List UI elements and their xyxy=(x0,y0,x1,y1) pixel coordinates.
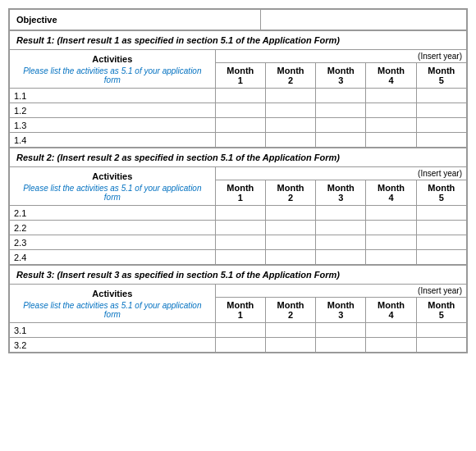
result2-row2-num: 2.2 xyxy=(10,221,216,235)
result1-month2-header: Month2 xyxy=(265,63,315,89)
result2-row1-num: 2.1 xyxy=(10,206,216,221)
result1-row4-m5 xyxy=(416,133,466,148)
objective-value xyxy=(261,10,467,30)
result1-row2-m4 xyxy=(366,103,416,118)
result1-activities-row: Activities Please list the activities as… xyxy=(10,50,467,63)
result1-row1-num: 1.1 xyxy=(10,89,216,103)
result3-row-1: 3.1 xyxy=(10,323,467,338)
result2-month3-header: Month3 xyxy=(316,180,366,206)
result3-row1-num: 3.1 xyxy=(10,323,216,338)
result3-month2-header: Month2 xyxy=(265,298,315,323)
result1-row1-m4 xyxy=(366,89,416,103)
result1-row-3: 1.3 xyxy=(10,118,467,133)
result3-activities-subtext: Please list the activities as 5.1 of you… xyxy=(14,301,211,319)
result2-month1-header: Month1 xyxy=(215,180,265,206)
result1-activities-subtext: Please list the activities as 5.1 of you… xyxy=(14,66,211,84)
result2-label: Result 2: (Insert result 2 as specified … xyxy=(10,148,467,167)
result1-row1-m1 xyxy=(215,89,265,103)
objective-row: Objective xyxy=(10,10,467,30)
result1-row-2: 1.2 xyxy=(10,103,467,118)
result1-row2-num: 1.2 xyxy=(10,103,216,118)
result1-row3-m3 xyxy=(316,118,366,133)
result1-row1-m2 xyxy=(265,89,315,103)
result2-row-1: 2.1 xyxy=(10,206,467,221)
result1-activities-cell: Activities Please list the activities as… xyxy=(10,50,216,89)
result1-activities-header: Activities xyxy=(14,54,211,64)
result2-row-3: 2.3 xyxy=(10,235,467,250)
result2-month4-header: Month4 xyxy=(366,180,416,206)
result1-month3-header: Month3 xyxy=(316,63,366,89)
result2-table: Result 2: (Insert result 2 as specified … xyxy=(9,148,467,265)
result3-row-2: 3.2 xyxy=(10,338,467,353)
result1-table: Result 1: (Insert result 1 as specified … xyxy=(9,30,467,148)
result1-row2-m5 xyxy=(416,103,466,118)
result1-insert-year: (Insert year) xyxy=(215,50,466,63)
result2-row3-num: 2.3 xyxy=(10,235,216,250)
result3-month4-header: Month4 xyxy=(366,298,416,323)
result2-activities-row: Activities Please list the activities as… xyxy=(10,167,467,180)
result3-header-row: Result 3: (Insert result 3 as specified … xyxy=(10,266,467,285)
result1-row-4: 1.4 xyxy=(10,133,467,148)
result1-row1-m5 xyxy=(416,89,466,103)
result1-row-1: 1.1 xyxy=(10,89,467,103)
result3-activities-header: Activities xyxy=(14,289,211,298)
result2-insert-year: (Insert year) xyxy=(215,167,466,180)
result3-label: Result 3: (Insert result 3 as specified … xyxy=(10,266,467,285)
result1-row4-num: 1.4 xyxy=(10,133,216,148)
result2-row4-num: 2.4 xyxy=(10,250,216,265)
result3-table: Result 3: (Insert result 3 as specified … xyxy=(9,265,467,353)
result1-row4-m4 xyxy=(366,133,416,148)
result3-month5-header: Month5 xyxy=(416,298,466,323)
result3-row2-num: 3.2 xyxy=(10,338,216,353)
result1-row2-m2 xyxy=(265,103,315,118)
result1-month4-header: Month4 xyxy=(366,63,416,89)
result2-month5-header: Month5 xyxy=(416,180,466,206)
result1-row4-m2 xyxy=(265,133,315,148)
result1-row2-m3 xyxy=(316,103,366,118)
result1-header-row: Result 1: (Insert result 1 as specified … xyxy=(10,31,467,50)
result3-month3-header: Month3 xyxy=(316,298,366,323)
result2-row-2: 2.2 xyxy=(10,221,467,235)
result1-row3-m1 xyxy=(215,118,265,133)
result1-month1-header: Month1 xyxy=(215,63,265,89)
result1-row3-m2 xyxy=(265,118,315,133)
result2-row-4: 2.4 xyxy=(10,250,467,265)
result1-row4-m3 xyxy=(316,133,366,148)
result1-row3-m5 xyxy=(416,118,466,133)
result2-activities-subtext: Please list the activities as 5.1 of you… xyxy=(14,184,211,202)
objective-label: Objective xyxy=(10,10,261,30)
result1-row3-num: 1.3 xyxy=(10,118,216,133)
result1-row2-m1 xyxy=(215,103,265,118)
result3-activities-row: Activities Please list the activities as… xyxy=(10,285,467,298)
result1-month5-header: Month5 xyxy=(416,63,466,89)
result2-month2-header: Month2 xyxy=(265,180,315,206)
result1-label: Result 1: (Insert result 1 as specified … xyxy=(10,31,467,50)
result2-activities-header: Activities xyxy=(14,171,211,181)
main-container: Objective Result 1: (Insert result 1 as … xyxy=(8,8,468,353)
result1-row4-m1 xyxy=(215,133,265,148)
result2-header-row: Result 2: (Insert result 2 as specified … xyxy=(10,148,467,167)
result3-insert-year: (Insert year) xyxy=(215,285,466,298)
result2-activities-cell: Activities Please list the activities as… xyxy=(10,167,216,206)
result3-month1-header: Month1 xyxy=(215,298,265,323)
result1-row1-m3 xyxy=(316,89,366,103)
result3-activities-cell: Activities Please list the activities as… xyxy=(10,285,216,323)
result1-row3-m4 xyxy=(366,118,416,133)
